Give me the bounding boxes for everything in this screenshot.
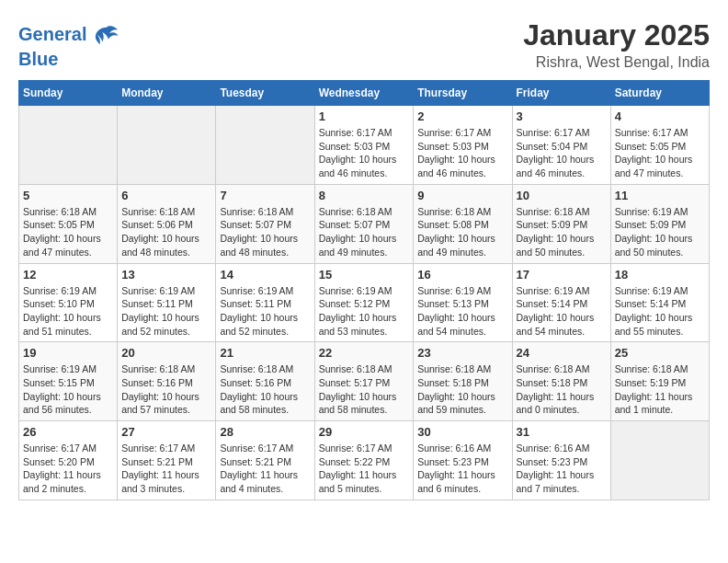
calendar-week-row: 5Sunrise: 6:18 AM Sunset: 5:05 PM Daylig… <box>19 184 710 263</box>
day-number: 18 <box>615 268 705 282</box>
day-number: 4 <box>615 109 705 123</box>
day-number: 8 <box>319 189 410 202</box>
day-number: 24 <box>517 346 607 360</box>
calendar-cell: 18Sunrise: 6:19 AM Sunset: 5:14 PM Dayli… <box>610 263 709 342</box>
day-info: Sunrise: 6:19 AM Sunset: 5:14 PM Dayligh… <box>615 284 705 339</box>
day-info: Sunrise: 6:19 AM Sunset: 5:13 PM Dayligh… <box>417 284 507 339</box>
calendar-cell: 11Sunrise: 6:19 AM Sunset: 5:09 PM Dayli… <box>610 184 709 263</box>
day-number: 16 <box>417 268 507 282</box>
calendar-cell: 10Sunrise: 6:18 AM Sunset: 5:09 PM Dayli… <box>512 184 610 263</box>
calendar-cell: 30Sunrise: 6:16 AM Sunset: 5:23 PM Dayli… <box>414 421 512 500</box>
day-info: Sunrise: 6:17 AM Sunset: 5:20 PM Dayligh… <box>23 442 113 496</box>
day-number: 19 <box>23 346 113 360</box>
day-info: Sunrise: 6:18 AM Sunset: 5:05 PM Dayligh… <box>23 205 113 259</box>
day-info: Sunrise: 6:16 AM Sunset: 5:23 PM Dayligh… <box>417 442 507 496</box>
day-info: Sunrise: 6:17 AM Sunset: 5:22 PM Dayligh… <box>319 442 410 496</box>
title-block: January 2025 Rishra, West Bengal, India <box>523 18 710 71</box>
day-info: Sunrise: 6:18 AM Sunset: 5:16 PM Dayligh… <box>121 362 211 417</box>
calendar-cell: 2Sunrise: 6:17 AM Sunset: 5:03 PM Daylig… <box>414 106 512 185</box>
day-number: 5 <box>23 189 113 202</box>
day-number: 11 <box>615 189 705 202</box>
calendar-cell: 22Sunrise: 6:18 AM Sunset: 5:17 PM Dayli… <box>314 342 414 421</box>
calendar-day-header: Tuesday <box>216 81 314 106</box>
calendar-cell: 17Sunrise: 6:19 AM Sunset: 5:14 PM Dayli… <box>512 263 610 342</box>
calendar-cell: 14Sunrise: 6:19 AM Sunset: 5:11 PM Dayli… <box>216 263 314 342</box>
day-number: 23 <box>417 346 507 360</box>
calendar-cell: 26Sunrise: 6:17 AM Sunset: 5:20 PM Dayli… <box>19 421 118 500</box>
calendar-week-row: 19Sunrise: 6:19 AM Sunset: 5:15 PM Dayli… <box>19 342 710 421</box>
calendar-cell: 15Sunrise: 6:19 AM Sunset: 5:12 PM Dayli… <box>314 263 414 342</box>
calendar-cell: 5Sunrise: 6:18 AM Sunset: 5:05 PM Daylig… <box>19 184 118 263</box>
calendar-cell <box>19 106 118 185</box>
day-info: Sunrise: 6:17 AM Sunset: 5:21 PM Dayligh… <box>121 442 211 496</box>
day-info: Sunrise: 6:17 AM Sunset: 5:05 PM Dayligh… <box>615 126 705 180</box>
calendar-table: SundayMondayTuesdayWednesdayThursdayFrid… <box>18 80 710 500</box>
calendar-cell: 8Sunrise: 6:18 AM Sunset: 5:07 PM Daylig… <box>314 184 414 263</box>
day-info: Sunrise: 6:19 AM Sunset: 5:09 PM Dayligh… <box>615 205 705 259</box>
calendar-cell: 13Sunrise: 6:19 AM Sunset: 5:11 PM Dayli… <box>118 263 216 342</box>
day-number: 26 <box>23 425 113 439</box>
calendar-cell: 27Sunrise: 6:17 AM Sunset: 5:21 PM Dayli… <box>118 421 216 500</box>
day-info: Sunrise: 6:18 AM Sunset: 5:09 PM Dayligh… <box>517 205 607 259</box>
calendar-week-row: 1Sunrise: 6:17 AM Sunset: 5:03 PM Daylig… <box>19 106 710 185</box>
day-number: 13 <box>121 268 211 282</box>
main-title: January 2025 <box>523 18 710 52</box>
day-number: 21 <box>220 346 310 360</box>
subtitle: Rishra, West Bengal, India <box>523 54 710 71</box>
day-info: Sunrise: 6:18 AM Sunset: 5:18 PM Dayligh… <box>417 362 507 417</box>
calendar-cell: 3Sunrise: 6:17 AM Sunset: 5:04 PM Daylig… <box>512 106 610 185</box>
day-info: Sunrise: 6:18 AM Sunset: 5:17 PM Dayligh… <box>319 362 410 417</box>
calendar-cell: 12Sunrise: 6:19 AM Sunset: 5:10 PM Dayli… <box>19 263 118 342</box>
day-info: Sunrise: 6:16 AM Sunset: 5:23 PM Dayligh… <box>517 442 607 496</box>
calendar-cell: 20Sunrise: 6:18 AM Sunset: 5:16 PM Dayli… <box>118 342 216 421</box>
day-number: 10 <box>517 189 607 202</box>
calendar-cell: 28Sunrise: 6:17 AM Sunset: 5:21 PM Dayli… <box>216 421 314 500</box>
day-number: 15 <box>319 268 410 282</box>
day-info: Sunrise: 6:19 AM Sunset: 5:11 PM Dayligh… <box>220 284 310 339</box>
calendar-cell: 29Sunrise: 6:17 AM Sunset: 5:22 PM Dayli… <box>314 421 414 500</box>
calendar-day-header: Sunday <box>19 81 118 106</box>
calendar-day-header: Saturday <box>610 81 709 106</box>
calendar-cell <box>610 421 709 500</box>
calendar-cell: 25Sunrise: 6:18 AM Sunset: 5:19 PM Dayli… <box>610 342 709 421</box>
calendar-day-header: Monday <box>118 81 216 106</box>
day-info: Sunrise: 6:18 AM Sunset: 5:07 PM Dayligh… <box>319 205 410 259</box>
day-info: Sunrise: 6:19 AM Sunset: 5:10 PM Dayligh… <box>23 284 113 339</box>
day-info: Sunrise: 6:17 AM Sunset: 5:03 PM Dayligh… <box>319 126 410 180</box>
calendar-body: 1Sunrise: 6:17 AM Sunset: 5:03 PM Daylig… <box>19 106 710 500</box>
day-number: 30 <box>417 425 507 439</box>
day-info: Sunrise: 6:18 AM Sunset: 5:08 PM Dayligh… <box>417 205 507 259</box>
day-number: 22 <box>319 346 410 360</box>
logo-text: General Blue <box>18 23 119 70</box>
calendar-cell: 1Sunrise: 6:17 AM Sunset: 5:03 PM Daylig… <box>314 106 414 185</box>
page-header: General Blue January 2025 Rishra, West B… <box>18 18 710 71</box>
day-info: Sunrise: 6:18 AM Sunset: 5:16 PM Dayligh… <box>220 362 310 417</box>
day-number: 12 <box>23 268 113 282</box>
day-number: 31 <box>517 425 607 439</box>
day-number: 25 <box>615 346 705 360</box>
day-number: 27 <box>121 425 211 439</box>
calendar-day-header: Friday <box>512 81 610 106</box>
calendar-header-row: SundayMondayTuesdayWednesdayThursdayFrid… <box>19 81 710 106</box>
calendar-cell: 7Sunrise: 6:18 AM Sunset: 5:07 PM Daylig… <box>216 184 314 263</box>
calendar-cell: 24Sunrise: 6:18 AM Sunset: 5:18 PM Dayli… <box>512 342 610 421</box>
day-info: Sunrise: 6:19 AM Sunset: 5:11 PM Dayligh… <box>121 284 211 339</box>
day-number: 14 <box>220 268 310 282</box>
calendar-day-header: Wednesday <box>314 81 414 106</box>
calendar-cell: 23Sunrise: 6:18 AM Sunset: 5:18 PM Dayli… <box>414 342 512 421</box>
day-info: Sunrise: 6:17 AM Sunset: 5:04 PM Dayligh… <box>517 126 607 180</box>
calendar-cell: 9Sunrise: 6:18 AM Sunset: 5:08 PM Daylig… <box>414 184 512 263</box>
day-number: 6 <box>121 189 211 202</box>
calendar-cell: 21Sunrise: 6:18 AM Sunset: 5:16 PM Dayli… <box>216 342 314 421</box>
calendar-cell <box>118 106 216 185</box>
day-number: 9 <box>417 189 507 202</box>
day-info: Sunrise: 6:18 AM Sunset: 5:18 PM Dayligh… <box>517 362 607 417</box>
calendar-cell: 31Sunrise: 6:16 AM Sunset: 5:23 PM Dayli… <box>512 421 610 500</box>
day-info: Sunrise: 6:18 AM Sunset: 5:06 PM Dayligh… <box>121 205 211 259</box>
day-number: 3 <box>517 109 607 123</box>
day-info: Sunrise: 6:18 AM Sunset: 5:07 PM Dayligh… <box>220 205 310 259</box>
day-number: 7 <box>220 189 310 202</box>
logo: General Blue <box>18 23 119 70</box>
day-number: 1 <box>319 109 410 123</box>
day-number: 17 <box>517 268 607 282</box>
